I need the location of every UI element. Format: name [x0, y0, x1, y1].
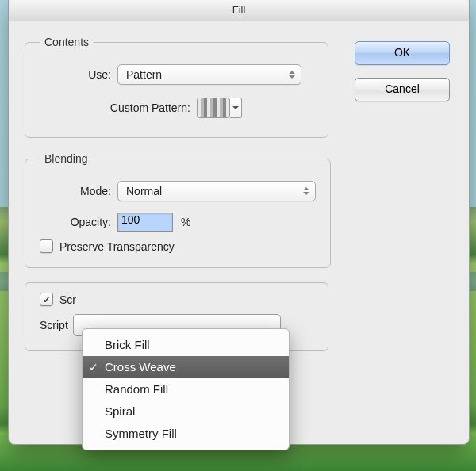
- chevron-stepper-icon: [286, 67, 298, 82]
- mode-select-value: Normal: [126, 185, 162, 197]
- menu-item-random-fill[interactable]: Random Fill: [83, 378, 289, 400]
- custom-pattern-label: Custom Pattern:: [40, 101, 197, 114]
- contents-legend: Contents: [40, 36, 94, 48]
- fill-dialog: Fill Contents Use: Pattern Custom Patter…: [8, 0, 470, 445]
- chevron-down-icon: [232, 106, 239, 109]
- dialog-body: Contents Use: Pattern Custom Pattern:: [9, 21, 469, 367]
- mode-row: Mode: Normal: [40, 181, 316, 201]
- desktop-background: Fill Contents Use: Pattern Custom Patter…: [0, 0, 476, 471]
- script-popup-menu[interactable]: Brick Fill Cross Weave Random Fill Spira…: [82, 328, 290, 450]
- menu-item-brick-fill[interactable]: Brick Fill: [83, 334, 289, 356]
- blending-legend: Blending: [40, 152, 93, 165]
- mode-label: Mode:: [40, 185, 117, 197]
- use-select[interactable]: Pattern: [117, 64, 301, 85]
- scripted-checkbox[interactable]: [40, 293, 53, 306]
- opacity-row: Opacity: 100 %: [40, 213, 316, 232]
- custom-pattern-dropdown[interactable]: [230, 98, 242, 118]
- chevron-stepper-icon: [301, 183, 312, 199]
- custom-pattern-thumbnail[interactable]: [197, 98, 230, 118]
- use-label: Use:: [40, 68, 117, 81]
- opacity-input[interactable]: 100: [117, 213, 173, 232]
- blending-group: Blending Mode: Normal Opacity: 100 %: [25, 152, 331, 268]
- cancel-button[interactable]: Cancel: [355, 78, 450, 101]
- preserve-transparency-checkbox[interactable]: [40, 239, 53, 253]
- preserve-transparency-row: Preserve Transparency: [40, 239, 316, 253]
- use-row: Use: Pattern: [40, 64, 313, 85]
- contents-group: Contents Use: Pattern Custom Pattern:: [25, 36, 328, 138]
- menu-item-spiral[interactable]: Spiral: [83, 400, 289, 423]
- scripted-checkbox-label-fragment: Scr: [60, 293, 76, 306]
- menu-item-symmetry-fill[interactable]: Symmetry Fill: [83, 423, 289, 445]
- scripted-checkbox-row: Scr: [40, 293, 313, 306]
- dialog-title: Fill: [9, 0, 469, 21]
- preserve-transparency-label: Preserve Transparency: [60, 240, 175, 253]
- mode-select[interactable]: Normal: [117, 181, 316, 201]
- menu-item-cross-weave[interactable]: Cross Weave: [83, 356, 289, 378]
- custom-pattern-row: Custom Pattern:: [40, 98, 313, 118]
- opacity-percent-suffix: %: [181, 216, 190, 228]
- use-select-value: Pattern: [126, 68, 162, 81]
- opacity-label: Opacity:: [40, 216, 117, 228]
- ok-button[interactable]: OK: [355, 41, 450, 65]
- script-label: Script: [40, 319, 73, 331]
